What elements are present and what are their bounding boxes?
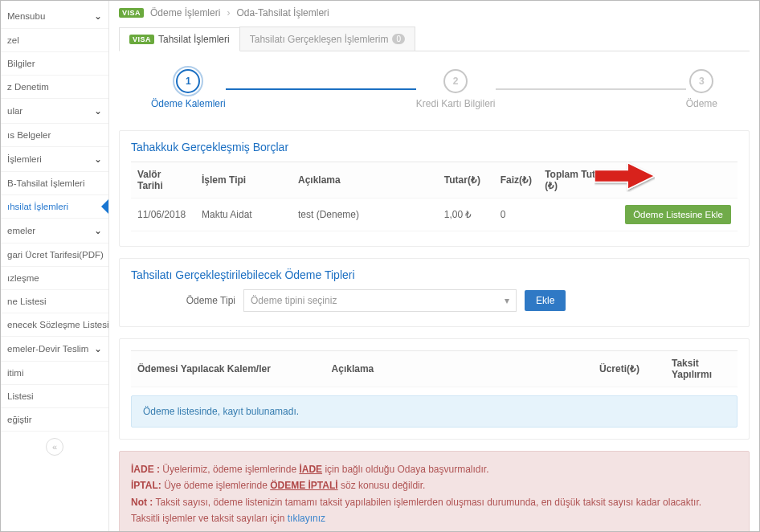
tabs: VISA Tahsilat İşlemleri Tahsilatı Gerçek… xyxy=(119,27,750,51)
sidebar-item-label: emeler xyxy=(7,226,35,235)
step-circle: 3 xyxy=(689,69,713,93)
warn-not: Not : xyxy=(131,497,153,508)
sidebar-item[interactable]: ıhsilat İşlemleri xyxy=(1,195,108,219)
step-circle: 1 xyxy=(176,69,200,93)
col-kalem: Ödemesi Yapılacak Kalem/ler xyxy=(131,351,325,387)
sidebar-item-label: gari Ücret Tarifesi(PDF) xyxy=(7,250,104,260)
cell-faiz: 0 xyxy=(494,198,538,231)
col-valor: Valör Tarihi xyxy=(131,162,195,198)
sidebar-item-label: itimi xyxy=(7,368,23,378)
breadcrumb: VISA Ödeme İşlemleri › Oda-Tahsilat İşle… xyxy=(119,7,750,18)
sidebar-item-label: Mensubu xyxy=(7,11,45,21)
sidebar-item-label: ıs Belgeler xyxy=(7,130,51,140)
panel-title: Tahakkuk Gerçekleşmiş Borçlar xyxy=(131,141,738,153)
breadcrumb-item: Oda-Tahsilat İşlemleri xyxy=(236,7,329,18)
col-tutar: Tutar(₺) xyxy=(438,162,494,198)
col-islemtipi: İşlem Tipi xyxy=(195,162,292,198)
breadcrumb-item[interactable]: Ödeme İşlemleri xyxy=(150,7,220,18)
tab-gerceklesen[interactable]: Tahsilatı Gerçekleşen İşlemlerim 0 xyxy=(239,27,415,51)
sidebar-item[interactable]: ne Listesi xyxy=(1,290,108,313)
sidebar-item[interactable]: ıs Belgeler xyxy=(1,124,108,147)
sidebar-item[interactable]: gari Ücret Tarifesi(PDF) xyxy=(1,243,108,267)
add-to-payment-list-button[interactable]: Ödeme Listesine Ekle xyxy=(625,205,731,224)
panel-debts: Tahakkuk Gerçekleşmiş Borçlar Valör Tari… xyxy=(119,130,750,247)
sidebar-item-label: enecek Sözleşme Listesi xyxy=(7,320,109,329)
sidebar-item[interactable]: B-Tahsilat İşlemleri xyxy=(1,172,108,195)
payment-type-select[interactable]: Ödeme tipini seçiniz ▾ xyxy=(243,289,517,312)
sidebar-item[interactable]: ular⌄ xyxy=(1,99,108,124)
add-button[interactable]: Ekle xyxy=(525,290,566,311)
chevron-down-icon: ⌄ xyxy=(94,10,102,22)
chevron-right-icon: › xyxy=(227,7,230,18)
tab-badge: 0 xyxy=(392,34,405,44)
sidebar-item-label: Listesi xyxy=(7,391,34,401)
sidebar-item-label: ne Listesi xyxy=(7,297,47,306)
table-row: 11/06/2018 Maktu Aidat test (Deneme) 1,0… xyxy=(131,198,738,231)
sidebar: Mensubu⌄zelBilgilerz Denetimular⌄ıs Belg… xyxy=(1,1,109,531)
col-aciklama: Açıklama xyxy=(292,162,438,198)
cell-valor: 11/06/2018 xyxy=(131,198,195,231)
sidebar-item[interactable]: eğiştir xyxy=(1,408,108,432)
cell-aciklama: test (Deneme) xyxy=(292,198,438,231)
sidebar-item[interactable]: Mensubu⌄ xyxy=(1,4,108,29)
svg-marker-0 xyxy=(595,163,655,190)
cell-tutar: 1,00 ₺ xyxy=(438,198,494,231)
tab-label: Tahsilat İşlemleri xyxy=(158,34,230,45)
main-content: VISA Ödeme İşlemleri › Oda-Tahsilat İşle… xyxy=(109,1,759,531)
sidebar-item[interactable]: itimi xyxy=(1,362,108,385)
step-3[interactable]: 3 Ödeme xyxy=(686,69,717,109)
step-label: Ödeme xyxy=(686,98,717,109)
sidebar-item[interactable]: Bilgiler xyxy=(1,52,108,76)
sidebar-item-label: B-Tahsilat İşlemleri xyxy=(7,178,85,188)
sidebar-item[interactable]: z Denetim xyxy=(1,76,108,99)
sidebar-item[interactable]: zel xyxy=(1,29,108,52)
tab-label: Tahsilatı Gerçekleşen İşlemlerim xyxy=(250,34,389,45)
visa-icon: VISA xyxy=(119,8,144,18)
step-1[interactable]: 1 Ödeme Kalemleri xyxy=(151,69,226,109)
warn-iade: İADE : xyxy=(131,464,160,475)
warn-iptal: İPTAL: xyxy=(131,480,161,491)
sidebar-item-label: eğiştir xyxy=(7,415,32,424)
col-taksit: Taksit Yapılırmı xyxy=(665,351,738,387)
sidebar-item[interactable]: emeler⌄ xyxy=(1,219,108,243)
visa-icon: VISA xyxy=(129,35,154,44)
chevron-down-icon: ⌄ xyxy=(94,153,102,165)
chevron-down-icon: ⌄ xyxy=(94,105,102,117)
panel-pending: Ödemesi Yapılacak Kalem/ler Açıklama Ücr… xyxy=(119,338,750,440)
pending-table: Ödemesi Yapılacak Kalem/ler Açıklama Ücr… xyxy=(131,350,738,387)
cell-toplam xyxy=(538,198,619,231)
stepper: 1 Ödeme Kalemleri 2 Kredi Kartı Bilgiler… xyxy=(151,69,717,109)
sidebar-item-label: ular xyxy=(7,106,22,116)
sidebar-item[interactable]: İşlemleri⌄ xyxy=(1,147,108,172)
col-aciklama: Açıklama xyxy=(325,351,593,387)
col-ucreti: Ücreti(₺) xyxy=(593,351,665,387)
step-label: Kredi Kartı Bilgileri xyxy=(416,98,496,109)
sidebar-item-label: Bilgiler xyxy=(7,59,35,68)
sidebar-item[interactable]: ızleşme xyxy=(1,267,108,290)
step-circle: 2 xyxy=(443,69,468,93)
chevron-down-icon: ⌄ xyxy=(94,343,102,354)
cell-tip: Maktu Aidat xyxy=(195,198,292,231)
stepper-line xyxy=(496,88,686,90)
collapse-sidebar-icon[interactable]: « xyxy=(46,438,63,456)
tab-tahsilat[interactable]: VISA Tahsilat İşlemleri xyxy=(119,27,240,51)
sidebar-item-label: ıhsilat İşlemleri xyxy=(7,202,68,211)
warning-panel: İADE : Üyelerimiz, ödeme işlemlerinde İA… xyxy=(119,451,750,531)
sidebar-item[interactable]: emeler-Devir Teslim⌄ xyxy=(1,337,108,362)
installment-link[interactable]: tıklayınız xyxy=(288,513,325,524)
payment-type-label: Ödeme Tipi xyxy=(131,295,235,306)
sidebar-item[interactable]: Listesi xyxy=(1,385,108,408)
select-placeholder: Ödeme tipini seçiniz xyxy=(251,295,337,306)
stepper-line xyxy=(226,88,416,90)
sidebar-item-label: İşlemleri xyxy=(7,154,42,164)
step-label: Ödeme Kalemleri xyxy=(151,98,226,109)
empty-state: Ödeme listesinde, kayıt bulunamadı. xyxy=(131,395,738,428)
sidebar-item-label: z Denetim xyxy=(7,82,49,92)
table-header-row: Ödemesi Yapılacak Kalem/ler Açıklama Ücr… xyxy=(131,351,738,387)
col-faiz: Faiz(₺) xyxy=(494,162,538,198)
sidebar-item[interactable]: enecek Sözleşme Listesi xyxy=(1,313,108,337)
chevron-down-icon: ⌄ xyxy=(94,225,102,236)
panel-payment-types: Tahsilatı Gerçekleştirilebilecek Ödeme T… xyxy=(119,258,750,327)
sidebar-item-label: zel xyxy=(7,35,19,45)
step-2[interactable]: 2 Kredi Kartı Bilgileri xyxy=(416,69,496,109)
